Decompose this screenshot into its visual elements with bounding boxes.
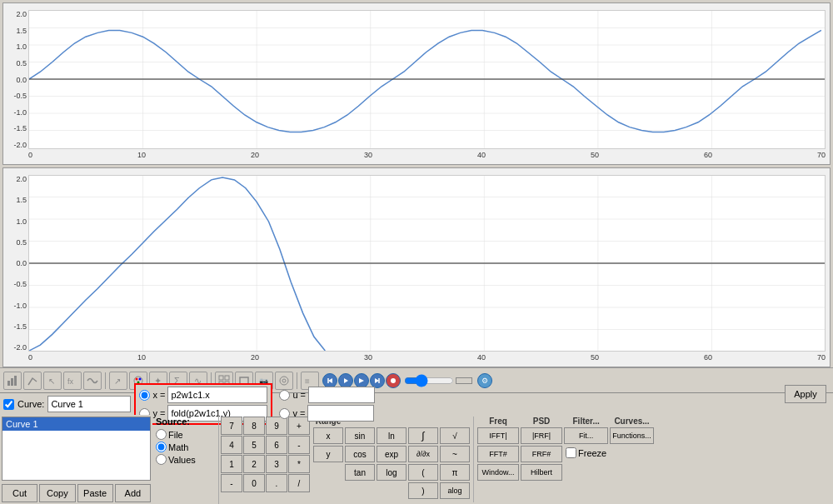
add-button[interactable]: Add — [115, 484, 151, 502]
pi-btn[interactable]: π — [440, 464, 470, 481]
btn-5[interactable]: 5 — [243, 436, 265, 454]
btn-divide[interactable]: / — [288, 474, 310, 492]
window-btn[interactable]: Window... — [477, 464, 519, 481]
btn-8[interactable]: 8 — [243, 417, 265, 435]
symbols-col: √ ~ π alog — [440, 417, 470, 502]
frf-hash-btn[interactable]: FRF# — [521, 446, 562, 462]
file-radio[interactable] — [156, 429, 167, 440]
chart-bottom: 2.0 1.5 1.0 0.5 0.0 -0.5 -1.0 -1.5 -2.0 — [2, 167, 831, 367]
values-label: Values — [168, 455, 196, 465]
values-option: Values — [156, 454, 215, 465]
paste-button[interactable]: Paste — [77, 484, 113, 502]
deriv-btn[interactable]: ∂/∂x — [408, 446, 438, 462]
math-radio[interactable] — [156, 442, 167, 452]
v-radio[interactable] — [279, 408, 290, 419]
file-label: File — [168, 430, 183, 440]
freeze-label: Freeze — [578, 448, 606, 458]
func-separator — [473, 417, 474, 502]
ifft-btn[interactable]: IFFT| — [477, 427, 519, 444]
chart-icon-btn[interactable] — [3, 372, 22, 390]
log-col: ln exp log — [377, 417, 407, 502]
curve-list-item[interactable]: Curve 1 — [2, 417, 150, 431]
source-section: Source: File Math Values — [152, 415, 219, 504]
u-input[interactable] — [308, 387, 375, 403]
main-bottom-section: Curve 1 Cut Copy Paste Add Source: File — [0, 415, 833, 504]
bottom-y-axis: 2.0 1.5 1.0 0.5 0.0 -0.5 -1.0 -1.5 -2.0 — [3, 175, 28, 352]
top-x-axis: 0 10 20 30 40 50 60 70 — [28, 149, 826, 164]
svg-marker-53 — [359, 378, 364, 383]
btn-1[interactable]: 1 — [221, 455, 242, 473]
copy-button[interactable]: Copy — [39, 484, 75, 502]
fit-btn[interactable]: Fit... — [564, 427, 608, 444]
filter-col: Filter... Fit... Freeze — [564, 417, 608, 502]
curve-row: Curve: x = y = u = — [0, 393, 833, 415]
fft-btn[interactable]: FFT# — [477, 446, 519, 462]
freeze-checkbox[interactable] — [566, 447, 576, 458]
svg-rect-41 — [219, 376, 223, 380]
file-option: File — [156, 429, 215, 440]
btn-7[interactable]: 7 — [221, 417, 242, 435]
btn-neg[interactable]: - — [221, 474, 242, 492]
range-x-btn[interactable]: x — [313, 427, 343, 444]
btn-0[interactable]: 0 — [243, 474, 265, 492]
paren-close-btn[interactable]: ) — [408, 482, 438, 499]
curve-name-input[interactable] — [47, 396, 131, 412]
paren-open-btn[interactable]: ( — [408, 464, 438, 481]
top-y-axis: 2.0 1.5 1.0 0.5 0.0 -0.5 -1.0 -1.5 -2.0 — [3, 10, 28, 149]
btn-minus[interactable]: - — [288, 436, 310, 454]
range-y-btn[interactable]: y — [313, 446, 343, 462]
values-radio[interactable] — [156, 454, 167, 465]
math-option: Math — [156, 442, 215, 452]
apply-button[interactable]: Apply — [785, 385, 826, 403]
curves-col: Curves... Functions... — [610, 417, 654, 502]
bottom-chart-inner — [28, 175, 826, 352]
math-label: Math — [168, 442, 188, 452]
line-icon-btn[interactable] — [23, 372, 42, 390]
x-radio[interactable] — [139, 390, 150, 401]
curve-list: Curve 1 — [2, 417, 151, 481]
curve-label: Curve: — [17, 399, 44, 409]
btn-dot[interactable]: . — [266, 474, 287, 492]
source-label: Source: — [156, 417, 215, 427]
btn-2[interactable]: 2 — [243, 455, 265, 473]
svg-rect-42 — [225, 376, 229, 380]
range-col: Range x y — [313, 417, 343, 502]
arrow-icon-btn[interactable]: ↗ — [109, 372, 127, 390]
left-panel: Curve 1 Cut Copy Paste Add — [0, 415, 152, 504]
integral-btn[interactable]: ∫ — [408, 427, 438, 444]
u-radio[interactable] — [279, 390, 290, 401]
curve-checkbox[interactable] — [3, 399, 14, 410]
ln-btn[interactable]: ln — [377, 427, 407, 444]
trig-col: sin cos tan — [345, 417, 375, 502]
x-formula-row: x = — [139, 387, 267, 403]
alog-btn[interactable]: alog — [440, 482, 470, 499]
btn-6[interactable]: 6 — [266, 436, 287, 454]
exp-btn[interactable]: exp — [377, 446, 407, 462]
v-label: v = — [292, 408, 305, 418]
btn-4[interactable]: 4 — [221, 436, 242, 454]
freeze-row: Freeze — [564, 446, 608, 460]
btn-multiply[interactable]: * — [288, 455, 310, 473]
sin-btn[interactable]: sin — [345, 427, 375, 444]
calc-grid: 7 8 9 + 4 5 6 - 1 2 3 * - 0 . / — [219, 415, 312, 504]
btn-3[interactable]: 3 — [266, 455, 287, 473]
tan-btn[interactable]: tan — [345, 464, 375, 481]
svg-point-35 — [136, 377, 138, 380]
x-label: x = — [152, 390, 165, 400]
right-formula-area: u = v = Apply — [276, 383, 830, 425]
cut-button[interactable]: Cut — [2, 484, 37, 502]
ifrf-btn[interactable]: |FRF| — [521, 427, 562, 444]
svg-point-36 — [139, 377, 142, 380]
fx-icon-btn[interactable]: fx — [63, 372, 82, 390]
functions-btn[interactable]: Functions... — [610, 427, 654, 444]
cursor-icon-btn[interactable]: ↖ — [43, 372, 62, 390]
hilbert-btn[interactable]: Hilbert — [521, 464, 562, 481]
v-input[interactable] — [307, 405, 374, 422]
sqrt-btn[interactable]: √ — [440, 427, 470, 444]
log-btn[interactable]: log — [377, 464, 407, 481]
charts-area: 2.0 1.5 1.0 0.5 0.0 -0.5 -1.0 -1.5 -2.0 — [0, 0, 833, 367]
cos-btn[interactable]: cos — [345, 446, 375, 462]
wave-icon-btn[interactable] — [83, 372, 102, 390]
tilde-btn[interactable]: ~ — [440, 446, 470, 462]
x-formula-input[interactable] — [167, 387, 267, 403]
